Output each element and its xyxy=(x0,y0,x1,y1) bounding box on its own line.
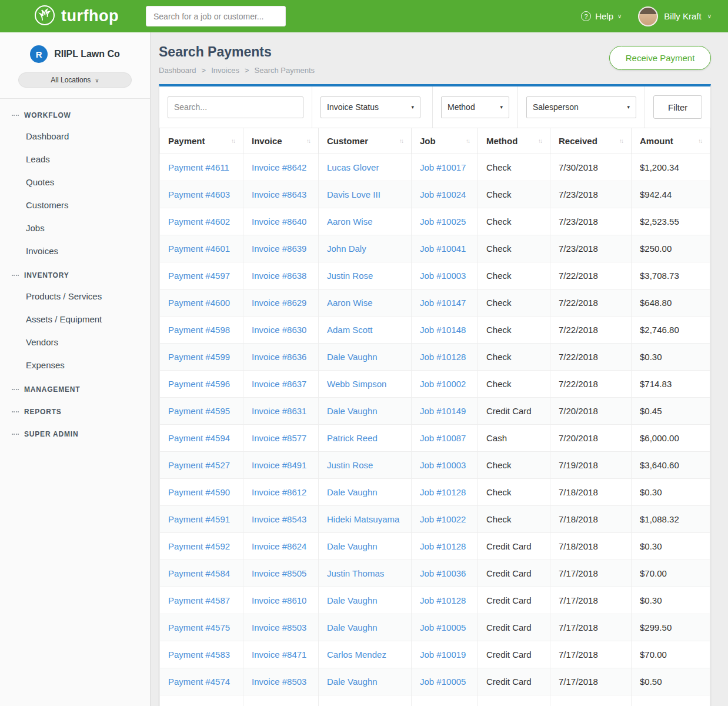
invoice-link[interactable]: Invoice #8624 xyxy=(252,541,306,551)
payment-link[interactable]: Payment #4574 xyxy=(168,677,230,687)
receive-payment-button[interactable]: Receive Payment xyxy=(609,46,712,70)
payment-link[interactable]: Payment #4611 xyxy=(168,162,229,172)
sidebar-item-vendors[interactable]: Vendors xyxy=(0,331,150,354)
customer-link[interactable]: Adam Scott xyxy=(327,325,373,335)
job-link[interactable]: Job #10017 xyxy=(420,162,466,172)
column-header-customer[interactable]: Customer ↑↓ xyxy=(319,128,412,154)
column-header-job[interactable]: Job ↑↓ xyxy=(412,128,478,154)
customer-link[interactable]: Dale Vaughn xyxy=(327,352,378,362)
sidebar-item-expenses[interactable]: Expenses xyxy=(0,354,150,377)
sidebar-section-reports[interactable]: REPORTS xyxy=(0,399,150,421)
payment-link[interactable]: Payment #4527 xyxy=(168,460,230,470)
payment-link[interactable]: Payment #4601 xyxy=(168,244,230,254)
invoice-link[interactable]: Invoice #8503 xyxy=(252,677,306,687)
column-header-received[interactable]: Received ↑↓ xyxy=(550,128,632,154)
customer-link[interactable]: Aaron Wise xyxy=(327,217,373,227)
job-link[interactable]: Job #10003 xyxy=(420,460,466,470)
sidebar-item-invoices[interactable]: Invoices xyxy=(0,239,150,262)
invoice-link[interactable]: Invoice #8491 xyxy=(252,460,306,470)
sidebar-item-quotes[interactable]: Quotes xyxy=(0,171,150,194)
invoice-link[interactable]: Invoice #8610 xyxy=(252,595,306,605)
column-header-amount[interactable]: Amount ↑↓ xyxy=(632,128,710,154)
job-link[interactable]: Job #10147 xyxy=(420,298,466,308)
sidebar-item-jobs[interactable]: Jobs xyxy=(0,217,150,239)
job-link[interactable]: Job #10128 xyxy=(420,595,466,605)
sort-icon[interactable]: ↑↓ xyxy=(231,138,235,144)
invoice-status-select[interactable]: Invoice Status ▾ xyxy=(320,96,420,118)
payment-link[interactable]: Payment #4600 xyxy=(168,298,230,308)
filter-button[interactable]: Filter xyxy=(653,95,702,119)
payment-link[interactable]: Payment #4599 xyxy=(168,352,230,362)
customer-link[interactable]: Davis Love III xyxy=(327,189,380,199)
customer-link[interactable]: Aaron Wise xyxy=(327,298,373,308)
invoice-link[interactable]: Invoice #8629 xyxy=(252,298,306,308)
invoice-link[interactable]: Invoice #8636 xyxy=(252,352,306,362)
payment-link[interactable]: Payment #4595 xyxy=(168,406,230,416)
column-header-invoice[interactable]: Invoice ↑↓ xyxy=(243,128,319,154)
customer-link[interactable]: Dale Vaughn xyxy=(327,595,378,605)
payments-search-input[interactable] xyxy=(168,96,303,118)
payment-link[interactable]: Payment #4592 xyxy=(168,541,230,551)
payment-link[interactable]: Payment #4596 xyxy=(168,379,230,389)
sort-icon[interactable]: ↑↓ xyxy=(306,138,310,144)
sidebar-item-customers[interactable]: Customers xyxy=(0,194,150,217)
sidebar-item-dashboard[interactable]: Dashboard xyxy=(0,125,150,148)
breadcrumb-invoices[interactable]: Invoices xyxy=(211,66,239,75)
payment-link[interactable]: Payment #4603 xyxy=(168,189,230,199)
column-header-payment[interactable]: Payment ↑↓ xyxy=(160,128,243,154)
payment-link[interactable]: Payment #4590 xyxy=(168,487,230,497)
payment-link[interactable]: Payment #4597 xyxy=(168,271,230,281)
invoice-link[interactable]: Invoice #8638 xyxy=(252,271,306,281)
invoice-link[interactable]: Invoice #8637 xyxy=(252,379,306,389)
invoice-link[interactable]: Invoice #8577 xyxy=(252,433,306,443)
invoice-link[interactable]: Invoice #8643 xyxy=(252,189,306,199)
customer-link[interactable]: Dale Vaughn xyxy=(327,406,378,416)
payment-link[interactable]: Payment #4598 xyxy=(168,325,230,335)
job-link[interactable]: Job #10128 xyxy=(420,487,466,497)
customer-link[interactable]: Patrick Reed xyxy=(327,433,378,443)
payment-link[interactable]: Payment #4594 xyxy=(168,433,230,443)
sort-icon[interactable]: ↑↓ xyxy=(538,138,542,144)
method-select[interactable]: Method ▾ xyxy=(441,96,509,118)
job-link[interactable]: Job #10149 xyxy=(420,406,466,416)
job-link[interactable]: Job #10005 xyxy=(420,677,466,687)
invoice-link[interactable]: Invoice #8503 xyxy=(252,622,306,632)
job-link[interactable]: Job #10036 xyxy=(420,568,466,578)
sort-icon[interactable]: ↑↓ xyxy=(698,138,702,144)
customer-link[interactable]: Dale Vaughn xyxy=(327,541,378,551)
job-link[interactable]: Job #10019 xyxy=(420,650,466,660)
location-selector[interactable]: All Locations ∨ xyxy=(18,72,132,88)
customer-link[interactable]: Justin Thomas xyxy=(327,568,384,578)
payment-link[interactable]: Payment #4591 xyxy=(168,514,230,524)
customer-link[interactable]: Justin Rose xyxy=(327,460,373,470)
job-link[interactable]: Job #10002 xyxy=(420,379,466,389)
customer-link[interactable]: Dale Vaughn xyxy=(327,677,378,687)
job-link[interactable]: Job #10025 xyxy=(420,217,466,227)
payment-link[interactable]: Payment #4587 xyxy=(168,595,230,605)
job-link[interactable]: Job #10022 xyxy=(420,514,466,524)
user-menu[interactable]: Billy Kraft ∨ xyxy=(638,6,712,26)
salesperson-select[interactable]: Salesperson ▾ xyxy=(526,96,636,118)
breadcrumb-dashboard[interactable]: Dashboard xyxy=(159,66,196,75)
invoice-link[interactable]: Invoice #8543 xyxy=(252,514,306,524)
customer-link[interactable]: Webb Simpson xyxy=(327,379,386,389)
customer-link[interactable]: Dale Vaughn xyxy=(327,487,378,497)
customer-link[interactable]: Lucas Glover xyxy=(327,162,379,172)
sidebar-item-assets-equipment[interactable]: Assets / Equipment xyxy=(0,308,150,331)
job-link[interactable]: Job #10148 xyxy=(420,325,466,335)
sidebar-item-products-services[interactable]: Products / Services xyxy=(0,285,150,308)
job-link[interactable]: Job #10024 xyxy=(420,189,466,199)
sort-icon[interactable]: ↑↓ xyxy=(466,138,469,144)
invoice-link[interactable]: Invoice #8471 xyxy=(252,650,306,660)
payment-link[interactable]: Payment #4584 xyxy=(168,568,230,578)
customer-link[interactable]: Dale Vaughn xyxy=(327,622,378,632)
sidebar-section-inventory[interactable]: INVENTORY xyxy=(0,262,150,285)
customer-link[interactable]: John Daly xyxy=(327,244,366,254)
customer-link[interactable]: Hideki Matsuyama xyxy=(327,514,399,524)
brand-logo[interactable]: turfhop xyxy=(34,5,119,28)
sidebar-item-leads[interactable]: Leads xyxy=(0,148,150,171)
sort-icon[interactable]: ↑↓ xyxy=(619,138,623,144)
help-menu[interactable]: ? Help ∨ xyxy=(581,11,622,21)
invoice-link[interactable]: Invoice #8640 xyxy=(252,217,306,227)
customer-link[interactable]: Justin Rose xyxy=(327,271,373,281)
